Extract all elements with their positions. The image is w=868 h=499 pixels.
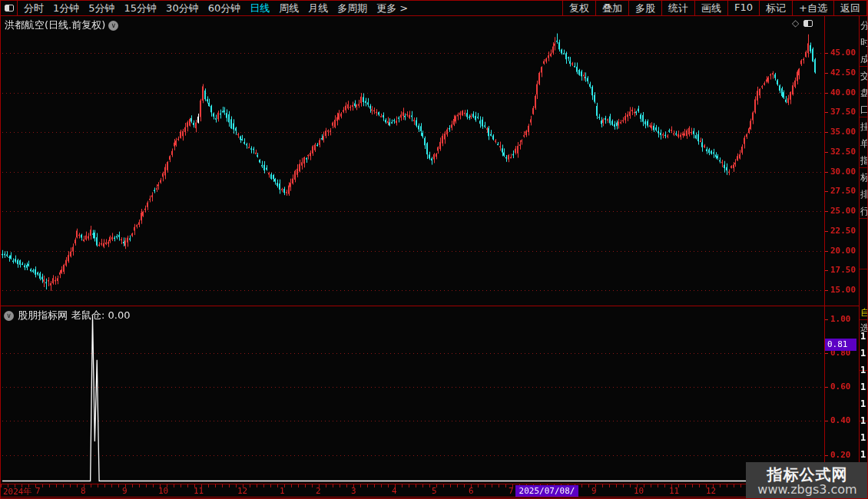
price-label: 40.00 bbox=[830, 88, 856, 97]
indicator-axis-label: 1.00 bbox=[830, 314, 851, 324]
month-label: 12 bbox=[237, 486, 247, 496]
edge-strip-fragment: 盘 bbox=[860, 87, 868, 100]
indicator-axis-label: 0.40 bbox=[830, 415, 851, 425]
right-edge-strip: 分时成交盘口挂单指标排行自选111111111 bbox=[859, 16, 868, 484]
chart-title: 洪都航空(日线.前复权) bbox=[5, 18, 105, 32]
edge-strip-digit: 1 bbox=[860, 432, 868, 443]
month-label: 12 bbox=[706, 486, 716, 496]
edge-strip-digit: 1 bbox=[860, 365, 868, 375]
month-label: 4 bbox=[392, 486, 397, 496]
price-label: 35.00 bbox=[830, 127, 856, 137]
price-label: 30.00 bbox=[830, 167, 856, 177]
month-label: 9 bbox=[122, 486, 128, 496]
split-panel-icon[interactable] bbox=[803, 20, 813, 27]
cursor-date-badge: 2025/07/08/二 bbox=[515, 485, 578, 497]
month-label: 7 bbox=[35, 486, 41, 496]
price-label: 45.00 bbox=[830, 48, 856, 58]
edge-strip-fragment: 行 bbox=[860, 205, 868, 218]
year-label: 2024年 bbox=[3, 486, 32, 497]
month-label: 7 bbox=[509, 486, 514, 496]
chevron-down-icon[interactable]: ∨ bbox=[4, 311, 14, 321]
indicator-name-value: 老鼠仓: 0.00 bbox=[71, 309, 130, 322]
month-label: 1 bbox=[280, 486, 285, 496]
price-label: 27.50 bbox=[830, 186, 856, 196]
month-label: 8 bbox=[81, 486, 86, 496]
indicator-name: 老鼠仓 bbox=[71, 309, 101, 321]
trading-app-window: 分时1分钟5分钟15分钟30分钟60分钟日线周线月线多周期更多 > 复权叠加多股… bbox=[0, 0, 868, 499]
edge-strip-fragment: 口 bbox=[860, 104, 868, 117]
edge-strip-fragment: 排 bbox=[860, 188, 868, 201]
candlestick-chart[interactable] bbox=[1, 1, 868, 499]
indicator-axis-label: 0.60 bbox=[830, 382, 851, 392]
edge-strip-fragment: 自 bbox=[860, 306, 868, 319]
edge-strip-digit: 1 bbox=[860, 382, 868, 392]
edge-strip-fragment: 成 bbox=[860, 53, 868, 66]
edge-strip-digit: 1 bbox=[860, 449, 868, 460]
month-label: 11 bbox=[194, 486, 204, 496]
price-label: 20.00 bbox=[830, 246, 856, 256]
indicator-source-label: 股朋指标网 bbox=[18, 309, 68, 322]
indicator-header: ∨ 股朋指标网 老鼠仓: 0.00 bbox=[4, 309, 130, 322]
edge-strip-fragment: 单 bbox=[860, 137, 868, 150]
month-label: 9 bbox=[591, 486, 597, 496]
edge-strip-digit: 1 bbox=[860, 331, 868, 342]
watermark: 指标公式网 www.zbgs3.com bbox=[746, 462, 868, 499]
price-label: 22.50 bbox=[830, 226, 856, 236]
chart-corner-icons: ◇ bbox=[792, 18, 813, 28]
edge-strip-fragment: 指 bbox=[860, 154, 868, 167]
edge-strip-fragment: 时 bbox=[860, 36, 868, 49]
price-label: 42.50 bbox=[830, 68, 856, 78]
watermark-title: 指标公式网 bbox=[767, 466, 848, 483]
edge-strip-fragment: 标 bbox=[860, 171, 868, 184]
month-label: 10 bbox=[158, 486, 168, 496]
price-label: 37.50 bbox=[830, 107, 856, 117]
price-label: 15.00 bbox=[830, 285, 856, 295]
indicator-value: 0.00 bbox=[108, 309, 131, 321]
chart-title-row[interactable]: 洪都航空(日线.前复权) ∨ bbox=[5, 18, 118, 32]
edge-strip-fragment: 分 bbox=[860, 19, 868, 32]
indicator-axis-label: 0.20 bbox=[830, 450, 851, 460]
month-label: 6 bbox=[469, 486, 474, 496]
chevron-down-icon[interactable]: ∨ bbox=[108, 21, 118, 31]
edge-strip-digit: 1 bbox=[860, 348, 868, 359]
edge-strip-digit: 1 bbox=[860, 415, 868, 426]
edge-strip-fragment: 交 bbox=[860, 70, 868, 83]
edge-strip-digit: 1 bbox=[860, 398, 868, 409]
watermark-url: www.zbgs3.com bbox=[757, 483, 856, 497]
diamond-icon[interactable]: ◇ bbox=[792, 18, 799, 28]
panel-divider bbox=[1, 306, 859, 306]
price-axis: 45.0042.5040.0037.5035.0032.5030.0027.50… bbox=[825, 16, 858, 484]
indicator-value-badge: 0.81 bbox=[825, 339, 856, 351]
price-label: 32.50 bbox=[830, 147, 856, 157]
price-label: 17.50 bbox=[830, 265, 856, 275]
month-label: 11 bbox=[669, 486, 679, 496]
month-label: 3 bbox=[351, 486, 356, 496]
month-label: 5 bbox=[432, 486, 437, 496]
price-label: 25.00 bbox=[830, 206, 856, 216]
time-axis[interactable]: 2024年 2025/07/08/二 789101112123456791011… bbox=[1, 484, 868, 497]
edge-strip-fragment: 挂 bbox=[860, 121, 868, 134]
month-label: 10 bbox=[634, 486, 644, 496]
month-label: 2 bbox=[316, 486, 321, 496]
